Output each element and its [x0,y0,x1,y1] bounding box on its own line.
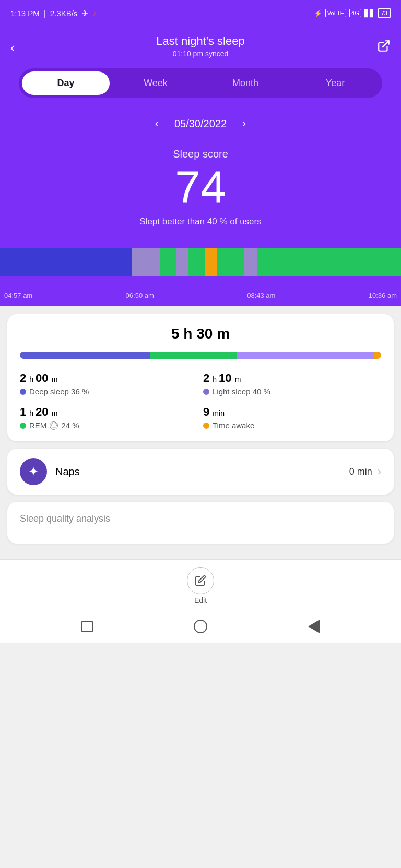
music-icon: ♪ [92,9,96,17]
page-title: Last night's sleep [10,34,391,48]
system-nav-bar [0,610,401,643]
rem-info-icon[interactable]: ⓘ [50,421,58,430]
stat-time-awake: 9 min Time awake [203,405,381,430]
naps-card[interactable]: ✦ Naps 0 min › [7,449,394,495]
chart-bar-rem3 [217,248,245,276]
progress-awake [374,352,381,359]
chart-bar-awake [205,248,217,276]
tab-month[interactable]: Month [202,71,289,95]
naps-right: 0 min › [349,465,381,478]
tab-bar: Day Week Month Year [19,68,382,98]
awake-dot [203,423,209,429]
sleep-chart [0,243,401,290]
nav-recent-apps-button[interactable] [81,621,93,632]
tab-year[interactable]: Year [291,71,379,95]
bluetooth-icon: ⚡ [314,9,322,17]
chart-bar-rem1 [160,248,176,276]
tab-day[interactable]: Day [22,71,110,95]
chart-time-1: 04:57 am [4,292,32,299]
status-bar: 1:13 PM | 2.3KB/s ✈ ♪ ⚡ VoLTE 4G ▋▋ 73 [0,0,401,26]
deep-sleep-dot [20,389,26,395]
sleep-score-description: Slept better than 40 % of users [0,216,401,227]
chart-times: 04:57 am 06:50 am 08:43 am 10:36 am [0,290,401,306]
chart-bar-light1 [132,248,160,276]
bottom-edit-bar: Edit [0,559,401,610]
rem-sleep-dot [20,423,26,429]
quality-analysis-label: Sleep quality analysis [20,513,381,524]
stat-deep-sleep: 2 h 00 m Deep sleep 36 % [20,371,198,396]
chart-bar-deep1 [0,248,132,276]
sleep-score-label: Sleep score [0,148,401,160]
progress-rem [150,352,237,359]
edit-label: Edit [194,596,207,605]
status-left: 1:13 PM | 2.3KB/s ✈ ♪ [10,8,96,18]
stat-light-sleep: 2 h 10 m Light sleep 40 % [203,371,381,396]
progress-deep [20,352,150,359]
nav-home-button[interactable] [194,620,207,633]
header: ‹ Last night's sleep 01:10 pm synced [0,26,401,68]
total-sleep-duration: 5 h 30 m [20,326,381,342]
network-4g-icon: 4G [349,9,361,17]
edit-icon [187,567,214,594]
light-sleep-dot [203,389,209,395]
naps-label: Naps [55,466,80,478]
chart-bar-rem6 [317,248,401,276]
status-network: | [44,9,46,18]
progress-light [237,352,374,359]
sleep-duration-card: 5 h 30 m 2 h 00 m Deep sleep 36 % [7,314,394,441]
sleep-score-value: 74 [0,164,401,210]
chart-bar-rem2 [188,248,205,276]
sleep-quality-card: Sleep quality analysis [7,502,394,544]
status-speed: 2.3KB/s [50,9,78,18]
sleep-progress-bar [20,352,381,359]
battery-icon: 73 [378,8,391,18]
chart-bar-rem4 [257,248,285,276]
chart-time-4: 10:36 am [369,292,397,299]
next-date-button[interactable]: › [242,117,246,130]
edit-button[interactable]: Edit [187,567,214,605]
naps-left: ✦ Naps [20,458,80,485]
chart-time-2: 06:50 am [126,292,154,299]
volte-icon: VoLTE [325,9,346,17]
naps-chevron-icon: › [378,465,381,478]
nav-back-button[interactable] [308,620,320,633]
status-right: ⚡ VoLTE 4G ▋▋ 73 [314,8,391,18]
date-navigation: ‹ 05/30/2022 › [0,106,401,143]
chart-time-3: 08:43 am [247,292,275,299]
export-button[interactable] [377,39,391,56]
main-content: 5 h 30 m 2 h 00 m Deep sleep 36 % [0,306,401,559]
prev-date-button[interactable]: ‹ [155,117,159,130]
sleep-score-section: Sleep score 74 Slept better than 40 % of… [0,143,401,243]
stat-rem-sleep: 1 h 20 m REM ⓘ 24 % [20,405,198,430]
chart-bar-rem5 [285,248,316,276]
current-date: 05/30/2022 [174,118,227,130]
send-icon: ✈ [81,8,88,18]
tab-week[interactable]: Week [112,71,199,95]
svg-line-0 [383,41,389,47]
sleep-stats-grid: 2 h 00 m Deep sleep 36 % 2 h 10 m Light … [20,371,381,430]
sync-status: 01:10 pm synced [10,50,391,58]
chart-bar-light2 [176,248,188,276]
naps-icon: ✦ [20,458,47,485]
status-time: 1:13 PM [10,9,40,18]
chart-bar-light3 [244,248,256,276]
signal-icon: ▋▋ [364,9,375,17]
naps-value: 0 min [349,466,372,477]
